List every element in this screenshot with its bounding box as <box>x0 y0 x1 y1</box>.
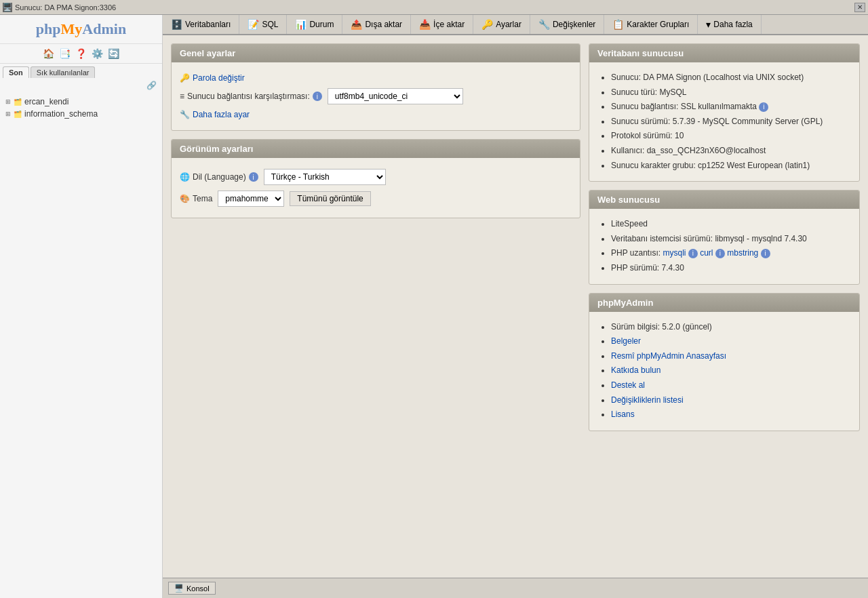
nav-sql-button[interactable]: 📝 SQL <box>239 15 287 34</box>
variables-nav-icon: 🔧 <box>538 19 550 30</box>
language-label: 🌐 Dil (Language) i <box>180 172 258 182</box>
language-select[interactable]: Türkçe - TurkishEnglishDeutschFrançais <box>264 169 386 185</box>
help-icon[interactable]: ❓ <box>75 47 88 60</box>
list-item: Belgeler <box>611 334 851 349</box>
nav-settings-button[interactable]: 🔑 Ayarlar <box>473 15 530 34</box>
status-nav-icon: 📊 <box>295 19 307 30</box>
phpmyadmin-list: Sürüm bilgisi: 5.2.0 (güncel) Belgeler R… <box>597 320 851 422</box>
db-server-header: Veritabanı sunucusu <box>589 44 859 62</box>
databases-icon[interactable]: 📑 <box>58 47 72 60</box>
charset-info-icon[interactable]: i <box>313 92 322 101</box>
theme-select[interactable]: pmahommeoriginalmetro <box>218 191 284 207</box>
db-name[interactable]: information_schema <box>24 109 98 119</box>
expand-icon: ⊞ <box>5 98 11 105</box>
list-item: Sunucu bağlantısı: SSL kullanılmamakta i <box>611 100 851 115</box>
home-icon[interactable]: 🏠 <box>42 47 56 60</box>
curl-info-icon[interactable]: i <box>715 249 725 258</box>
list-item: Lisans <box>611 407 851 422</box>
general-settings-header: Genel ayarlar <box>172 44 580 62</box>
title-bar: 🖥️ Sunucu: DA PMA Signon:3306 ✕ <box>0 0 868 15</box>
nav-import-button[interactable]: 📥 İçe aktar <box>411 15 473 34</box>
view-all-themes-button[interactable]: Tümünü görüntüle <box>290 191 370 206</box>
list-item[interactable]: ⊞ 🗂️ information_schema <box>5 108 157 120</box>
list-item: PHP uzantısı: mysqli i curl i mbstring i <box>611 246 851 261</box>
list-item: Protokol sürümü: 10 <box>611 129 851 144</box>
list-item: Destek al <box>611 378 851 393</box>
key-icon: 🔑 <box>180 73 190 83</box>
mbstring-info-icon[interactable]: i <box>761 249 770 258</box>
nav-export-button[interactable]: 📤 Dışa aktar <box>342 15 411 34</box>
phpmyadmin-body: Sürüm bilgisi: 5.2.0 (güncel) Belgeler R… <box>589 312 859 431</box>
db-server-panel: Veritabanı sunucusu Sunucu: DA PMA Signo… <box>589 43 860 182</box>
web-server-list: LiteSpeed Veritabanı istemcisi sürümü: l… <box>597 217 851 275</box>
theme-icon: 🎨 <box>180 194 190 203</box>
bottom-bar: 🖥️ Konsol <box>163 578 868 598</box>
theme-row: 🎨 Tema pmahommeoriginalmetro Tümünü görü… <box>180 188 572 210</box>
mbstring-link[interactable]: mbstring <box>727 248 758 258</box>
export-nav-icon: 📤 <box>351 19 362 30</box>
sidebar-logo: phpMyAdmin <box>0 15 162 44</box>
tab-sik-kullanilanlar[interactable]: Sık kullanılanlar <box>31 66 96 78</box>
list-item: Sunucu sürümü: 5.7.39 - MySQL Community … <box>611 115 851 129</box>
nav-charsets-button[interactable]: 📋 Karakter Grupları <box>604 15 698 34</box>
more-settings-row: 🔧 Daha fazla ayar <box>180 107 572 122</box>
konsol-button[interactable]: 🖥️ Konsol <box>168 582 216 595</box>
phpmyadmin-header: phpMyAdmin <box>589 294 859 312</box>
list-item: Sunucu türü: MySQL <box>611 85 851 100</box>
right-column: Veritabanı sunucusu Sunucu: DA PMA Signo… <box>589 43 860 431</box>
nav-databases-button[interactable]: 🗄️ Veritabanları <box>163 15 239 34</box>
phpmyadmin-panel: phpMyAdmin Sürüm bilgisi: 5.2.0 (güncel)… <box>589 293 860 431</box>
language-icon: 🌐 <box>180 172 190 182</box>
mysqli-link[interactable]: mysqli <box>663 248 686 258</box>
appearance-settings-panel: Görünüm ayarları 🌐 Dil (Language) i Türk… <box>171 139 580 218</box>
degisiklikler-link[interactable]: Değişikliklerin listesi <box>611 395 684 405</box>
charset-select[interactable]: utf8mb4_unicode_ciutf8_general_cilatin1_… <box>328 88 463 104</box>
title-bar-icon: 🖥️ <box>3 3 12 12</box>
password-link[interactable]: 🔑 Parola değiştir <box>180 73 245 83</box>
db-server-list: Sunucu: DA PMA Signon (Localhost via UNI… <box>597 71 851 173</box>
language-info-icon[interactable]: i <box>249 172 258 182</box>
list-item: Sunucu: DA PMA Signon (Localhost via UNI… <box>611 71 851 85</box>
refresh-icon[interactable]: 🔄 <box>107 47 121 60</box>
ssl-info-icon[interactable]: i <box>759 102 768 112</box>
nav-more-button[interactable]: ▾ Daha fazla <box>698 15 761 34</box>
mysqli-info-icon[interactable]: i <box>688 249 698 258</box>
wrench-icon: 🔧 <box>180 110 190 119</box>
list-item: Sunucu karakter grubu: cp1252 West Europ… <box>611 159 851 174</box>
link-icon[interactable]: 🔗 <box>146 81 157 90</box>
db-name[interactable]: ercan_kendi <box>24 97 68 106</box>
lisans-link[interactable]: Lisans <box>611 410 635 419</box>
sidebar-link-area: 🔗 <box>0 78 162 93</box>
expand-icon: ⊞ <box>5 111 11 117</box>
belgeler-link[interactable]: Belgeler <box>611 336 641 346</box>
charset-label: ≡ Sunucu bağlantısı karşılaştırması: i <box>180 92 322 101</box>
language-row: 🌐 Dil (Language) i Türkçe - TurkishEngli… <box>180 166 572 188</box>
sidebar: phpMyAdmin 🏠 📑 ❓ ⚙️ 🔄 Son Sık kullanılan… <box>0 15 163 598</box>
destek-link[interactable]: Destek al <box>611 380 645 390</box>
main-columns: Genel ayarlar 🔑 Parola değiştir <box>171 43 860 431</box>
charset-row: ≡ Sunucu bağlantısı karşılaştırması: i u… <box>180 85 572 107</box>
title-bar-close-button[interactable]: ✕ <box>854 3 865 12</box>
list-item: Sürüm bilgisi: 5.2.0 (güncel) <box>611 320 851 335</box>
charsets-nav-icon: 📋 <box>612 19 624 30</box>
settings-icon[interactable]: ⚙️ <box>91 47 104 60</box>
databases-nav-icon: 🗄️ <box>171 19 182 30</box>
katkida-link[interactable]: Katkıda bulun <box>611 365 660 375</box>
tab-son[interactable]: Son <box>3 66 29 78</box>
list-item[interactable]: ⊞ 🗂️ ercan_kendi <box>5 96 157 108</box>
nav-variables-button[interactable]: 🔧 Değişkenler <box>530 15 604 34</box>
db-icon: 🗂️ <box>14 98 22 106</box>
db-icon: 🗂️ <box>14 111 22 118</box>
list-item: LiteSpeed <box>611 217 851 232</box>
anasayfa-link[interactable]: Resmî phpMyAdmin Anasayfası <box>611 351 726 361</box>
curl-link[interactable]: curl <box>700 248 713 258</box>
appearance-settings-header: Görünüm ayarları <box>172 140 580 158</box>
appearance-settings-body: 🌐 Dil (Language) i Türkçe - TurkishEngli… <box>172 158 580 218</box>
list-item: Kullanıcı: da_sso_QCH23nX6O@localhost <box>611 144 851 159</box>
list-item: PHP sürümü: 7.4.30 <box>611 261 851 276</box>
nav-status-button[interactable]: 📊 Durum <box>287 15 342 34</box>
more-settings-link[interactable]: 🔧 Daha fazla ayar <box>180 110 250 119</box>
sidebar-tabs: Son Sık kullanılanlar <box>0 64 162 78</box>
list-item: Değişikliklerin listesi <box>611 393 851 408</box>
top-nav: 🗄️ Veritabanları 📝 SQL 📊 Durum 📤 Dışa ak… <box>163 15 868 35</box>
